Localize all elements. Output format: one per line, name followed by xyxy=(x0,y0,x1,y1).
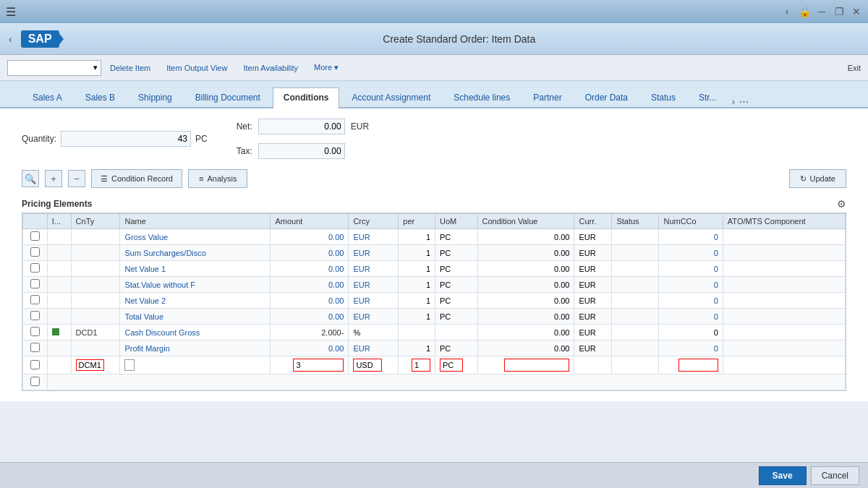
col-header-uom: UoM xyxy=(435,214,478,229)
tabs-next-icon[interactable]: › xyxy=(729,96,738,107)
net-value-input[interactable] xyxy=(258,119,345,134)
row-checkbox[interactable] xyxy=(30,247,40,257)
tax-value-input[interactable] xyxy=(258,143,345,159)
col-header-status: Status xyxy=(612,214,659,229)
tabs-dots-icon[interactable]: ⋯ xyxy=(738,96,750,107)
quantity-label: Quantity: xyxy=(22,134,56,144)
menu-icon[interactable]: ☰ xyxy=(6,5,16,19)
row-name-link[interactable]: Profit Margin xyxy=(124,344,169,353)
name-search-input[interactable] xyxy=(124,359,135,371)
col-header-condval: Condition Value xyxy=(477,214,574,229)
actions-row: 🔍 + − ☰ Condition Record ≡ Analysis ↻ Up… xyxy=(22,166,846,191)
col-header-numcco: NumCCo xyxy=(659,214,723,229)
col-header-indicator: I... xyxy=(47,214,71,229)
col-header-check xyxy=(23,214,48,229)
row-checkbox[interactable] xyxy=(30,295,40,304)
col-header-amount: Amount xyxy=(271,214,349,229)
tab-shipping[interactable]: Shipping xyxy=(127,87,183,107)
row-checkbox[interactable] xyxy=(30,360,40,369)
row-name-link[interactable]: Cash Discount Gross xyxy=(124,328,200,337)
uom-input[interactable] xyxy=(440,359,463,372)
minimize-icon[interactable]: ─ xyxy=(816,6,827,17)
close-icon[interactable]: ✕ xyxy=(851,6,862,17)
net-label: Net: xyxy=(237,121,252,132)
condition-record-label: Condition Record xyxy=(111,174,173,183)
row-name-link[interactable]: Sum Surcharges/Disco xyxy=(124,249,206,257)
row-checkbox[interactable] xyxy=(30,231,40,241)
row-checkbox[interactable] xyxy=(30,311,40,320)
table-row-editable: DCM1 xyxy=(23,356,846,374)
condval-input[interactable] xyxy=(504,359,569,372)
table-row: Net Value 1 0.00 EUR 1 PC 0.00 EUR 0 xyxy=(23,261,846,277)
row-checkbox[interactable] xyxy=(30,327,40,336)
tab-account-assignment[interactable]: Account Assignment xyxy=(341,87,441,107)
maximize-icon[interactable]: ❐ xyxy=(833,6,845,17)
item-output-view-button[interactable]: Item Output View xyxy=(159,60,234,76)
row-checkbox[interactable] xyxy=(30,343,40,352)
row-checkbox[interactable] xyxy=(30,263,40,273)
analysis-button[interactable]: ≡ Analysis xyxy=(188,169,247,188)
tab-str[interactable]: Str... xyxy=(688,87,728,107)
numcco-input[interactable] xyxy=(678,359,718,372)
exit-link[interactable]: Exit xyxy=(848,64,861,72)
main-content: Quantity: PC Net: EUR Tax: 🔍 + − ☰ Condi… xyxy=(0,108,868,401)
bottom-bar: Save Cancel xyxy=(0,462,868,488)
delete-item-button[interactable]: Delete Item xyxy=(103,60,158,76)
per-input[interactable] xyxy=(412,359,430,372)
table-row: DCD1 Cash Discount Gross 2.000- % 0.00 E… xyxy=(23,325,846,341)
quantity-unit: PC xyxy=(195,134,208,144)
pricing-header-row: Pricing Elements ⚙ xyxy=(22,198,846,210)
save-button[interactable]: Save xyxy=(759,466,807,485)
more-button[interactable]: More ▾ xyxy=(307,60,346,76)
tab-billing-document[interactable]: Billing Document xyxy=(184,87,271,107)
col-header-name: Name xyxy=(120,214,271,229)
table-row: Gross Value 0.00 EUR 1 PC 0.00 EUR 0 xyxy=(23,229,846,245)
tab-order-data[interactable]: Order Data xyxy=(574,87,639,107)
table-row: Profit Margin 0.00 EUR 1 PC 0.00 EUR 0 xyxy=(23,341,846,356)
col-header-curr: Curr. xyxy=(574,214,612,229)
update-button[interactable]: ↻ Update xyxy=(789,169,846,188)
toolbar-dropdown[interactable]: ▾ xyxy=(7,60,101,76)
back-button[interactable]: ‹ xyxy=(9,33,12,45)
net-row: Net: EUR xyxy=(237,119,369,134)
col-header-ato: ATO/MTS Component xyxy=(723,214,845,229)
quantity-input[interactable] xyxy=(61,131,191,147)
dcm1-cnty-cell: DCM1 xyxy=(76,359,104,371)
update-icon: ↻ xyxy=(800,174,807,184)
remove-row-button[interactable]: − xyxy=(68,170,85,187)
page-title: Create Standard Order: Item Data xyxy=(59,33,859,45)
tab-partner[interactable]: Partner xyxy=(522,87,572,107)
pricing-section: Pricing Elements ⚙ I... CnTy Name Amount… xyxy=(22,198,846,391)
add-row-button[interactable]: + xyxy=(45,170,62,187)
row-name-link[interactable]: Net Value 2 xyxy=(124,296,166,305)
quantity-group: Quantity: PC xyxy=(22,131,208,147)
lock-icon[interactable]: 🔒 xyxy=(799,6,810,17)
row-name-link[interactable]: Gross Value xyxy=(124,233,168,241)
table-header-row: I... CnTy Name Amount Crcy per UoM Condi… xyxy=(23,214,846,229)
row-checkbox[interactable] xyxy=(30,377,40,386)
tab-status[interactable]: Status xyxy=(640,87,686,107)
settings-icon[interactable]: ⚙ xyxy=(837,198,846,210)
table-row: Net Value 2 0.00 EUR 1 PC 0.00 EUR 0 xyxy=(23,293,846,309)
amount-input[interactable] xyxy=(293,359,344,372)
item-availability-button[interactable]: Item Availability xyxy=(236,60,305,76)
tab-sales-a[interactable]: Sales A xyxy=(22,87,73,107)
nav-back-icon[interactable]: ‹ xyxy=(781,6,793,17)
row-name-link[interactable]: Total Value xyxy=(124,312,163,321)
dropdown-arrow: ▾ xyxy=(93,63,98,72)
row-checkbox[interactable] xyxy=(30,279,40,288)
row-name-link[interactable]: Net Value 1 xyxy=(124,265,166,273)
update-label: Update xyxy=(810,174,835,183)
tab-sales-b[interactable]: Sales B xyxy=(75,87,126,107)
tab-schedule-lines[interactable]: Schedule lines xyxy=(443,87,521,107)
crcy-input[interactable] xyxy=(353,359,382,372)
search-icon-button[interactable]: 🔍 xyxy=(22,170,39,187)
green-status-indicator xyxy=(52,328,59,335)
cancel-button[interactable]: Cancel xyxy=(811,466,859,485)
col-header-crcy: Crcy xyxy=(349,214,399,229)
row-name-link[interactable]: Stat.Value without F xyxy=(124,281,195,289)
tab-conditions[interactable]: Conditions xyxy=(273,87,340,108)
condition-record-button[interactable]: ☰ Condition Record xyxy=(91,169,182,188)
pricing-table: I... CnTy Name Amount Crcy per UoM Condi… xyxy=(22,213,846,390)
col-header-cnty: CnTy xyxy=(71,214,120,229)
